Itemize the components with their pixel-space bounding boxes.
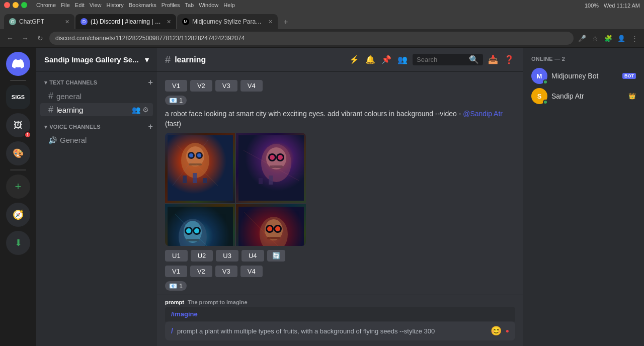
svg-point-30: [194, 228, 199, 233]
button-u2[interactable]: U2: [191, 250, 213, 262]
notifications-icon[interactable]: 🔔: [364, 54, 376, 66]
discord-home-icon[interactable]: [6, 52, 30, 76]
menu-view[interactable]: View: [90, 2, 102, 9]
mic-icon[interactable]: 🎤: [577, 33, 588, 44]
menu-history[interactable]: History: [106, 2, 123, 9]
mic-record-button[interactable]: ●: [506, 327, 509, 334]
inbox-icon[interactable]: 📥: [487, 54, 499, 66]
tab-close-midjourney[interactable]: ✕: [268, 19, 273, 25]
button-u3[interactable]: U3: [216, 250, 238, 262]
search-box[interactable]: 🔍: [413, 54, 483, 65]
message-speed: (fast): [165, 120, 181, 128]
server-icon-3[interactable]: 🎨: [6, 141, 30, 165]
menu-tab[interactable]: Tab: [185, 2, 194, 9]
button-v3-top[interactable]: V3: [215, 80, 237, 92]
channel-hash-icon-learning: #: [48, 105, 53, 114]
refresh-button[interactable]: ↻: [34, 32, 46, 44]
svg-line-32: [175, 214, 225, 246]
button-v2-top[interactable]: V2: [190, 80, 212, 92]
url-input[interactable]: [49, 32, 574, 45]
server-header[interactable]: Sandip Image Gallery Se... ▾: [36, 48, 157, 72]
bookmark-icon[interactable]: ☆: [590, 33, 601, 44]
add-server-button[interactable]: +: [6, 175, 30, 199]
channel-item-voice-general[interactable]: 🔊 General: [40, 134, 153, 146]
prompt-hint-text: The prompt to imagine: [188, 299, 248, 305]
svg-line-44: [244, 212, 299, 246]
tab-discord[interactable]: D (1) Discord | #learning | Sandi... ✕: [75, 14, 176, 29]
reaction-count: 1: [179, 97, 183, 104]
member-item-midjourneybot[interactable]: M Midjourney Bot BOT: [527, 66, 640, 86]
svg-point-18: [270, 155, 275, 160]
server-divider: [10, 80, 26, 81]
reaction-email[interactable]: 📧 1: [165, 96, 187, 105]
server-avatar-3: 🎨: [13, 148, 24, 159]
discover-icon[interactable]: 🧭: [6, 203, 30, 227]
pin-icon[interactable]: 📌: [380, 54, 392, 66]
online-indicator-sandip: [543, 100, 548, 105]
back-button[interactable]: ←: [4, 32, 16, 44]
svg-rect-43: [267, 237, 280, 239]
tab-midjourney[interactable]: M Midjourney Stylize Parameter ✕: [177, 14, 278, 29]
server-icon-sigs[interactable]: SIGS: [6, 85, 30, 109]
button-v1-bottom[interactable]: V1: [165, 266, 187, 277]
more-options-icon[interactable]: ⋮: [629, 33, 640, 44]
image-cell-3: [165, 204, 235, 246]
server-list: SIGS 🖼 1 🎨 + 🧭 ⬇: [0, 48, 36, 346]
header-icons: ⚡ 🔔 📌 👥 🔍 📥 ❓: [348, 54, 515, 66]
menu-edit[interactable]: Edit: [75, 2, 85, 9]
threads-icon[interactable]: ⚡: [348, 54, 360, 66]
tab-title-chatgpt: ChatGPT: [19, 18, 62, 25]
text-channels-category[interactable]: ▾ Text Channels +: [36, 76, 157, 89]
new-tab-button[interactable]: +: [279, 15, 293, 29]
menu-profiles[interactable]: Profiles: [162, 2, 180, 9]
download-icon[interactable]: ⬇: [6, 231, 30, 255]
tab-close-chatgpt[interactable]: ✕: [65, 19, 69, 25]
menu-file[interactable]: File: [61, 2, 70, 9]
reaction-emoji-bottom: 📧: [169, 282, 177, 290]
emoji-picker-button[interactable]: 😊: [491, 325, 502, 336]
extensions-icon[interactable]: 🧩: [603, 33, 614, 44]
button-v1-top[interactable]: V1: [165, 80, 187, 92]
tab-chatgpt[interactable]: G ChatGPT ✕: [4, 14, 74, 29]
add-text-channel-icon[interactable]: +: [148, 78, 153, 87]
button-refresh[interactable]: 🔄: [267, 250, 285, 262]
chat-input-text[interactable]: prompt a plant with multiple types of fr…: [177, 327, 487, 335]
add-voice-channel-icon[interactable]: +: [148, 122, 153, 131]
button-v3-bottom[interactable]: V3: [215, 266, 237, 277]
mention-user: @Sandip Atr: [463, 110, 503, 118]
forward-button[interactable]: →: [19, 32, 31, 44]
menu-help[interactable]: Help: [223, 2, 235, 9]
menu-window[interactable]: Window: [199, 2, 218, 9]
chat-input-box[interactable]: / prompt a plant with multiple types of …: [165, 321, 515, 340]
svg-point-40: [274, 225, 282, 233]
discover-compass-icon: 🧭: [13, 209, 24, 220]
tab-close-discord[interactable]: ✕: [167, 19, 171, 25]
channel-item-general[interactable]: # general: [40, 90, 153, 103]
reaction-count-bottom: 1: [179, 282, 183, 290]
members-icon[interactable]: 👥: [396, 54, 409, 66]
message-button-rows-bottom: U1 U2 U3 U4 🔄 V1 V2 V3 V4 📧 1: [165, 250, 515, 291]
button-u4[interactable]: U4: [242, 250, 264, 262]
button-row-v1v4-top: V1 V2 V3 V4: [165, 80, 515, 92]
button-v4-top[interactable]: V4: [240, 80, 263, 92]
svg-point-14: [261, 144, 291, 182]
help-icon[interactable]: ❓: [503, 54, 515, 66]
reaction-email-bottom[interactable]: 📧 1: [165, 281, 187, 291]
member-item-sandipatr[interactable]: S Sandip Atr 👑: [527, 86, 640, 106]
tab-title-midjourney: Midjourney Stylize Parameter: [192, 18, 265, 25]
battery-status: 100%: [585, 3, 599, 9]
profile-icon[interactable]: 👤: [616, 33, 627, 44]
server-icon-2[interactable]: 🖼 1: [6, 113, 30, 137]
tab-bar: G ChatGPT ✕ D (1) Discord | #learning | …: [0, 11, 644, 29]
button-v4-bottom[interactable]: V4: [240, 266, 263, 277]
button-u1[interactable]: U1: [165, 250, 188, 262]
channel-header-hash: #: [165, 54, 171, 65]
svg-line-9: [173, 140, 208, 186]
voice-channels-category[interactable]: ▾ Voice Channels +: [36, 120, 157, 133]
search-input[interactable]: [417, 56, 467, 63]
menu-bookmarks[interactable]: Bookmarks: [129, 2, 156, 9]
button-v2-bottom[interactable]: V2: [190, 266, 212, 277]
channel-sidebar: Sandip Image Gallery Se... ▾ ▾ Text Chan…: [36, 48, 157, 346]
gear-icon[interactable]: ⚙: [142, 106, 149, 114]
channel-item-learning[interactable]: # learning 👥 ⚙: [40, 103, 153, 116]
